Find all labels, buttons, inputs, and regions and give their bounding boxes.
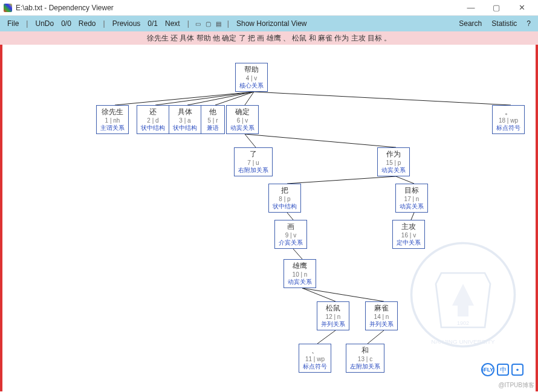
menu-file[interactable]: File bbox=[5, 19, 21, 28]
window-title: E:\ab.txt - Dependency Viewer bbox=[16, 4, 458, 12]
node-pos: 7 | u bbox=[238, 159, 268, 166]
titlebar: E:\ab.txt - Dependency Viewer — ▢ ✕ bbox=[0, 0, 538, 16]
menu-separator: | bbox=[185, 19, 192, 28]
node-word: 目标 bbox=[400, 185, 424, 196]
node-rel: 动宾关系 bbox=[230, 124, 254, 132]
node-pos: 15 | p bbox=[381, 159, 406, 166]
svg-line-0 bbox=[115, 92, 254, 105]
node-rel: 并列关系 bbox=[321, 320, 345, 329]
tree-node-n17[interactable]: 目标17 | n动宾关系 bbox=[395, 184, 428, 213]
node-pos: 1 | nh bbox=[100, 117, 125, 124]
view-mode-1-icon[interactable]: ▭ bbox=[194, 21, 202, 27]
svg-line-5 bbox=[254, 92, 511, 105]
tree-node-n15[interactable]: 作为15 | p动宾关系 bbox=[377, 147, 410, 176]
node-word: 。 bbox=[496, 107, 520, 117]
node-word: 了 bbox=[238, 149, 268, 159]
tree-node-n10[interactable]: 雄鹰10 | n动宾关系 bbox=[284, 259, 316, 288]
tree-node-n13[interactable]: 和13 | c左附加关系 bbox=[346, 344, 384, 373]
node-word: 松鼠 bbox=[321, 303, 345, 313]
node-rel: 状中结构 bbox=[173, 124, 197, 132]
sentence-text: 徐先生 还 具体 帮助 他 确定 了 把 画 雄鹰 、 松鼠 和 麻雀 作为 主… bbox=[147, 33, 392, 43]
svg-line-13 bbox=[302, 288, 335, 301]
svg-text:1902: 1902 bbox=[457, 320, 469, 326]
tree-node-n1[interactable]: 徐先生1 | nh主谓关系 bbox=[96, 105, 129, 134]
menu-help[interactable]: ? bbox=[524, 19, 533, 28]
menu-search[interactable]: Search bbox=[456, 19, 484, 28]
node-rel: 介宾关系 bbox=[279, 239, 303, 247]
node-pos: 3 | a bbox=[173, 117, 197, 124]
app-icon bbox=[4, 4, 12, 12]
svg-line-11 bbox=[411, 213, 414, 220]
minimize-button[interactable]: — bbox=[458, 0, 484, 16]
node-word: 徐先生 bbox=[100, 107, 125, 117]
sentence-bar: 徐先生 还 具体 帮助 他 确定 了 把 画 雄鹰 、 松鼠 和 麻雀 作为 主… bbox=[0, 31, 538, 45]
node-word: 作为 bbox=[381, 149, 406, 159]
node-pos: 18 | wp bbox=[496, 117, 520, 124]
tree-node-n6[interactable]: 确定6 | v动宾关系 bbox=[226, 105, 259, 134]
svg-line-7 bbox=[245, 134, 396, 147]
tree-node-n14[interactable]: 麻雀14 | n并列关系 bbox=[365, 301, 398, 330]
node-pos: 5 | r bbox=[205, 117, 221, 124]
node-word: 他 bbox=[205, 107, 221, 117]
menubar: File | UnDo 0/0 Redo | Previous 0/1 Next… bbox=[0, 16, 538, 31]
view-mode-3-icon[interactable]: ▤ bbox=[215, 21, 222, 27]
svg-line-6 bbox=[245, 134, 256, 147]
node-word: 画 bbox=[279, 222, 303, 232]
menu-previous[interactable]: Previous bbox=[110, 19, 143, 28]
node-word: 、 bbox=[303, 345, 327, 356]
maximize-button[interactable]: ▢ bbox=[484, 0, 509, 16]
menu-show-horizontal[interactable]: Show Horizontal View bbox=[234, 19, 310, 28]
tree-node-n16[interactable]: 主攻16 | v定中关系 bbox=[392, 220, 425, 249]
close-button[interactable]: ✕ bbox=[509, 0, 534, 16]
node-pos: 8 | p bbox=[273, 196, 297, 202]
svg-text:NANJING UNIVERSITY: NANJING UNIVERSITY bbox=[431, 338, 495, 345]
tree-node-n4[interactable]: 帮助4 | v核心关系 bbox=[235, 63, 268, 92]
node-word: 和 bbox=[350, 345, 380, 356]
node-rel: 右附加关系 bbox=[238, 166, 268, 175]
view-mode-2-icon[interactable]: ▢ bbox=[204, 21, 212, 27]
node-rel: 并列关系 bbox=[369, 320, 394, 329]
svg-line-10 bbox=[287, 213, 293, 220]
node-rel: 动宾关系 bbox=[400, 202, 424, 211]
tree-node-n12[interactable]: 松鼠12 | n并列关系 bbox=[317, 301, 349, 330]
ime-punct-icon[interactable]: • bbox=[511, 364, 523, 376]
node-pos: 17 | n bbox=[400, 196, 424, 202]
node-pos: 14 | n bbox=[369, 313, 394, 320]
node-pos: 10 | n bbox=[288, 271, 312, 278]
node-word: 还 bbox=[141, 107, 165, 117]
ime-cn-icon[interactable]: 中 bbox=[497, 364, 509, 376]
undo-count: 0/0 bbox=[59, 19, 74, 28]
tree-node-n8[interactable]: 把8 | p状中结构 bbox=[268, 184, 301, 213]
tree-node-n7[interactable]: 了7 | u右附加关系 bbox=[234, 147, 273, 176]
tree-node-n9[interactable]: 画9 | v介宾关系 bbox=[274, 220, 307, 249]
tree-node-n18[interactable]: 。18 | wp标点符号 bbox=[492, 105, 525, 134]
tree-node-n3[interactable]: 具体3 | a状中结构 bbox=[169, 105, 201, 134]
node-pos: 6 | v bbox=[230, 117, 254, 124]
svg-line-3 bbox=[215, 92, 254, 105]
node-rel: 核心关系 bbox=[239, 82, 264, 90]
tree-node-n2[interactable]: 还2 | d状中结构 bbox=[137, 105, 169, 134]
svg-line-1 bbox=[155, 92, 254, 105]
svg-line-9 bbox=[396, 176, 414, 184]
node-pos: 13 | c bbox=[350, 356, 380, 362]
menu-statistic[interactable]: Statistic bbox=[489, 19, 519, 28]
node-word: 主攻 bbox=[397, 222, 421, 232]
ifly-icon[interactable]: iFLY bbox=[481, 363, 494, 376]
tree-node-n11[interactable]: 、11 | wp标点符号 bbox=[299, 344, 331, 373]
node-pos: 12 | n bbox=[321, 313, 345, 320]
menu-next[interactable]: Next bbox=[163, 19, 183, 28]
node-pos: 16 | v bbox=[397, 232, 421, 239]
dependency-canvas[interactable]: 1902 NANJING UNIVERSITY iFLY 中 • 帮助4 | v… bbox=[0, 45, 538, 391]
menu-redo[interactable]: Redo bbox=[76, 19, 99, 28]
tree-node-n5[interactable]: 他5 | r兼语 bbox=[201, 105, 225, 134]
menu-separator: | bbox=[225, 19, 232, 28]
node-word: 具体 bbox=[173, 107, 197, 117]
node-rel: 主谓关系 bbox=[100, 124, 125, 132]
ime-indicator: iFLY 中 • bbox=[481, 363, 523, 376]
node-word: 雄鹰 bbox=[288, 261, 312, 271]
node-word: 把 bbox=[273, 185, 297, 196]
node-word: 帮助 bbox=[239, 65, 264, 75]
menu-undo[interactable]: UnDo bbox=[33, 19, 56, 28]
node-rel: 兼语 bbox=[205, 124, 221, 132]
university-watermark-icon: 1902 NANJING UNIVERSITY bbox=[409, 240, 517, 349]
